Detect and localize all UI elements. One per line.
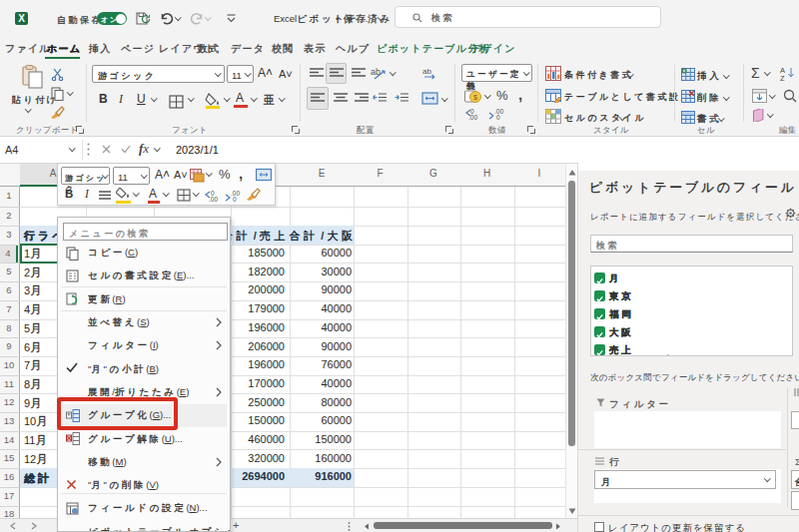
svg-text:.00: .00 [468,114,477,121]
svg-text:0: 0 [233,196,237,203]
svg-text:ab: ab [422,67,431,76]
svg-text:X: X [18,13,25,24]
svg-text:.00: .00 [209,196,218,203]
svg-text:$: $ [473,94,477,101]
svg-text:Z: Z [780,74,785,82]
svg-text:0: 0 [496,114,500,121]
